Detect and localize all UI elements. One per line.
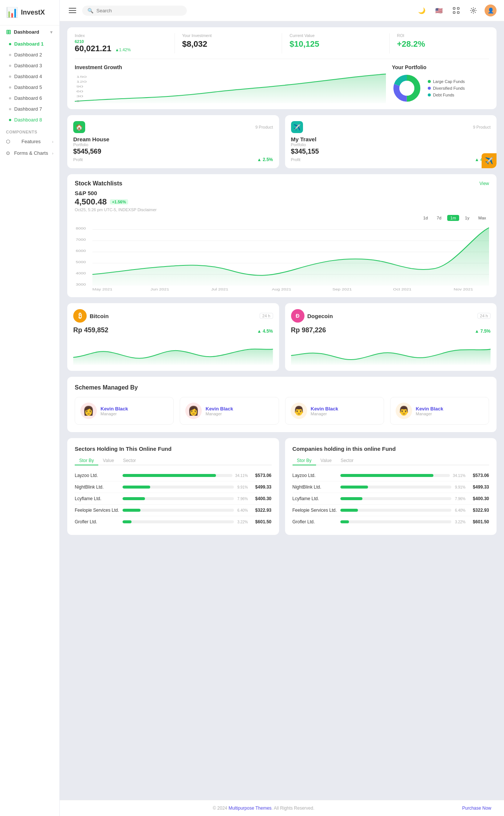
sidebar-dashboard-sub: Dashboard 1 Dashboard 2 Dashboard 3 Dash… bbox=[0, 39, 59, 125]
sectors-tab-sector-right[interactable]: Sector bbox=[336, 456, 358, 465]
current-value: $10,125 bbox=[290, 39, 382, 49]
scheme-role-2: Manager bbox=[311, 412, 338, 416]
pc-name: My Travel bbox=[291, 136, 491, 142]
rsector-pct-4: 3.22% bbox=[454, 520, 466, 524]
svg-text:Jun 2021: Jun 2021 bbox=[151, 287, 169, 291]
svg-point-7 bbox=[473, 10, 474, 12]
watchlist-view-button[interactable]: View bbox=[479, 181, 489, 186]
crypto-row: ₿ Bitcoin 24 h Rp 459,852 ▲ 4.5% bbox=[67, 303, 497, 371]
stats-bottom-row: Investment Growth bbox=[75, 64, 489, 103]
scheme-name-1: Kevin Black bbox=[205, 406, 233, 412]
search-input[interactable] bbox=[96, 8, 171, 13]
schemes-title: Schemes Managed By bbox=[75, 384, 489, 391]
growth-section: Investment Growth bbox=[75, 64, 386, 103]
sectors-tab-storby-left[interactable]: Stor By bbox=[75, 456, 98, 465]
pc-header: ✈️ 9 Product bbox=[291, 121, 491, 133]
pc-products: 9 Product bbox=[255, 125, 273, 129]
sidebar-item-forms-charts[interactable]: ⊙ Forms & Charts › bbox=[0, 147, 59, 159]
bitcoin-chart bbox=[73, 339, 273, 365]
search-box[interactable]: 🔍 bbox=[82, 6, 187, 16]
sidebar-item-dashboard5[interactable]: Dashboard 5 bbox=[3, 82, 59, 93]
index-count: 6210 bbox=[75, 39, 84, 44]
svg-text:Nov 2021: Nov 2021 bbox=[454, 287, 473, 291]
filter-1d[interactable]: 1d bbox=[420, 215, 431, 221]
sidebar-item-features[interactable]: ⬡ Features › bbox=[0, 136, 59, 147]
pc-name: Dream House bbox=[73, 136, 273, 142]
rsector-name-2: Lcyflame Ltd. bbox=[293, 496, 337, 501]
sectors-title-right: Companies holding in this online Fund bbox=[293, 446, 489, 452]
sector-pct-4: 3.22% bbox=[237, 520, 248, 524]
travel-icon: ✈️ bbox=[291, 121, 303, 133]
dogecoin-value: Rp 987,226 bbox=[291, 326, 326, 334]
sector-pct-2: 7.96% bbox=[237, 497, 248, 501]
rsector-bar-0 bbox=[340, 474, 434, 477]
rsector-bar-wrap-4 bbox=[340, 520, 452, 523]
pc-profit-val: ▲ 2.5% bbox=[257, 157, 273, 162]
stock-value-row: 4,500.48 +1.56% bbox=[75, 196, 489, 207]
bitcoin-header: ₿ Bitcoin 24 h bbox=[73, 309, 273, 323]
sidebar-item-dashboard6[interactable]: Dashboard 6 bbox=[3, 93, 59, 104]
bitcoin-value-row: Rp 459,852 ▲ 4.5% bbox=[73, 326, 273, 336]
svg-rect-0 bbox=[69, 8, 76, 9]
sector-row-1: NightBlink Ltd. 9.91% $499.33 bbox=[75, 481, 272, 493]
sector-bar-wrap-1 bbox=[123, 486, 234, 489]
filter-1m[interactable]: 1m bbox=[447, 215, 459, 221]
filter-1y[interactable]: 1y bbox=[462, 215, 473, 221]
rsector-row-0: Layzoo Ltd. 34.11% $573.06 bbox=[293, 470, 489, 481]
features-icon: ⬡ bbox=[6, 139, 10, 144]
sectors-tab-storby-right[interactable]: Stor By bbox=[293, 456, 316, 465]
stock-time: Oct25, 5:26 pm UTC-5, INDEXSP Disclaimer bbox=[75, 207, 489, 212]
dot-icon bbox=[9, 108, 11, 110]
sidebar-item-dashboard2[interactable]: Dashboard 2 bbox=[3, 49, 59, 60]
purchase-now-link[interactable]: Purchase Now bbox=[462, 806, 491, 811]
footer-link[interactable]: Multipurpose Themes bbox=[229, 806, 272, 811]
dot-icon bbox=[9, 76, 11, 78]
scheme-item-0: 👩 Kevin Black Manager bbox=[75, 397, 174, 425]
sectors-tab-value-left[interactable]: Value bbox=[98, 456, 118, 465]
hamburger-button[interactable] bbox=[67, 5, 78, 16]
index-value: 60,021.21 bbox=[75, 44, 111, 53]
sidebar-item-dashboard8[interactable]: Dashboard 8 bbox=[3, 114, 59, 125]
sector-bar-4 bbox=[123, 520, 132, 523]
rsector-bar-wrap-2 bbox=[340, 497, 452, 500]
scheme-avatar-3: 👨 bbox=[396, 403, 412, 419]
logo[interactable]: 📊 InvestX bbox=[0, 0, 59, 25]
dogecoin-value-row: Rp 987,226 ▲ 7.5% bbox=[291, 326, 491, 336]
stat-investment: Your Investment $8,032 bbox=[182, 33, 282, 53]
fullscreen-icon-button[interactable] bbox=[450, 4, 462, 16]
scheme-item-1: 👩 Kevin Black Manager bbox=[180, 397, 279, 425]
sectors-tabs-left: Stor By Value Sector bbox=[75, 456, 272, 465]
svg-rect-4 bbox=[457, 7, 459, 9]
dream-house-icon: 🏠 bbox=[73, 121, 85, 133]
portfolio-card-dream-house: 🏠 9 Product Dream House Portfolio $545,5… bbox=[67, 115, 279, 168]
sector-bar-3 bbox=[123, 509, 140, 512]
filter-7d[interactable]: 7d bbox=[434, 215, 444, 221]
moon-icon-button[interactable]: 🌙 bbox=[416, 4, 428, 16]
rsector-name-4: Grofler Ltd. bbox=[293, 519, 337, 524]
rsector-bar-wrap-0 bbox=[340, 474, 450, 477]
svg-text:150: 150 bbox=[76, 75, 87, 78]
sidebar-item-dashboard1[interactable]: Dashboard 1 bbox=[3, 39, 59, 49]
sectors-tab-value-right[interactable]: Value bbox=[316, 456, 336, 465]
rsector-bar-wrap-1 bbox=[340, 486, 452, 489]
legend-diversified: Diversified Funds bbox=[428, 86, 465, 90]
sector-bar-1 bbox=[123, 486, 150, 489]
sectors-tab-sector-left[interactable]: Sector bbox=[118, 456, 140, 465]
forms-icon: ⊙ bbox=[6, 150, 10, 156]
filter-max[interactable]: Max bbox=[475, 215, 489, 221]
flag-icon-button[interactable]: 🇺🇸 bbox=[433, 4, 445, 16]
user-avatar[interactable]: 👤 bbox=[485, 4, 497, 16]
sidebar-item-dashboard3[interactable]: Dashboard 3 bbox=[3, 60, 59, 71]
sector-row-3: Feelopie Services Ltd. 6.40% $322.93 bbox=[75, 505, 272, 516]
sector-pct-1: 9.91% bbox=[237, 485, 248, 489]
sidebar-item-dashboard4[interactable]: Dashboard 4 bbox=[3, 71, 59, 82]
settings-icon-button[interactable] bbox=[467, 4, 479, 16]
svg-text:90: 90 bbox=[76, 85, 83, 88]
portfolio-cards: 🏠 9 Product Dream House Portfolio $545,5… bbox=[67, 115, 497, 168]
bitcoin-change: ▲ 4.5% bbox=[257, 329, 273, 334]
sidebar-item-dashboard7[interactable]: Dashboard 7 bbox=[3, 104, 59, 114]
sidebar-dashboard-parent[interactable]: ⊞ Dashboard ▼ bbox=[0, 25, 59, 39]
sector-name-3: Feelopie Services Ltd. bbox=[75, 508, 120, 513]
svg-text:Oct 2021: Oct 2021 bbox=[393, 287, 411, 291]
dashboard-chevron-icon: ▼ bbox=[49, 30, 53, 34]
